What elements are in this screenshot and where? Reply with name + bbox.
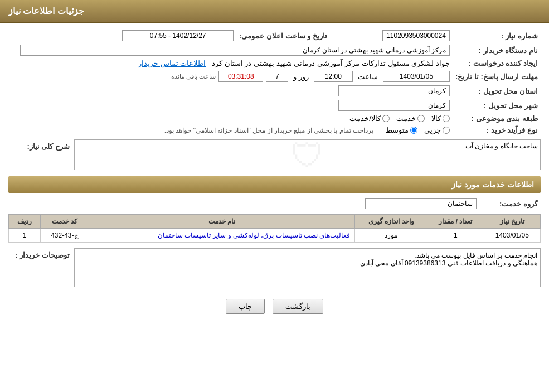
info-table: شماره نیاز : 1102093503000024 تاریخ و سا… [8,28,541,136]
services-table: تاریخ نیاز تعداد / مقدار واحد اندازه گیر… [8,214,541,243]
radio-kala-input[interactable] [443,115,450,122]
noع-farayand-label: نوع فرآیند خرید : [453,124,541,136]
radio-khadamat-label: خدمت [396,114,416,123]
page-title: جزئیات اطلاعات نیاز [8,6,84,16]
col-tarikh: تاریخ نیاز [484,215,540,229]
radio-kala: کالا [431,114,450,123]
radio-kala-khadamat-label: کالا/خدمت [349,114,381,123]
tabaqe-label: طبقه بندی موضوعی : [453,113,541,124]
col-nam: نام خدمت [89,215,355,229]
radio-khadamat: خدمت [396,114,425,123]
ijad-konande-value: جواد لشکری مسئول تدارکات مرکز آموزشی درم… [8,57,453,69]
tabaqe-value: کالا خدمت کالا/خدمت [8,113,453,124]
tosifat-label: توصیحات خریدار : [8,248,70,259]
ostan-value: کرمان [8,84,453,98]
col-tedad: تعداد / مقدار [427,215,484,229]
noع-farayand-value: جزیی متوسط پرداخت تمام یا بخشی از مبلغ خ… [8,124,453,136]
col-vahed: واحد اندازه گیری [355,215,427,229]
tosifat-textarea[interactable] [74,248,541,287]
radio-jozii-label: جزیی [424,126,441,134]
radio-motavasset: متوسط [386,126,417,134]
col-radif: ردیف [9,215,41,229]
mohlat-saat: 12:00 [314,71,353,82]
radio-jozii-input[interactable] [443,127,450,134]
tarikh-label: تاریخ و ساعت اعلان عمومی: [236,28,330,43]
sharh-textarea[interactable] [74,139,541,170]
tarikh-value: 1402/12/27 - 07:55 [8,28,236,43]
radio-motavasset-input[interactable] [410,127,417,134]
noع-description: پرداخت تمام یا بخشی از مبلغ خریدار از مح… [164,127,373,134]
radio-motavasset-label: متوسط [386,126,409,134]
main-content: شماره نیاز : 1102093503000024 تاریخ و سا… [0,23,549,328]
radio-jozii: جزیی [424,126,450,134]
mohlat-roz: 7 [266,71,288,82]
sharh-label: شرح کلی نیاز: [8,139,70,151]
col-kod: کد خدمت [40,215,89,229]
mohlat-row: 1403/01/05 ساعت 12:00 روز و 7 03:31:08 س… [8,69,453,84]
radio-kala-label: کالا [431,114,441,123]
grooh-table: گروه خدمت: ساختمان [8,196,541,211]
mohlat-saat-label: ساعت [358,72,378,81]
page-wrapper: جزئیات اطلاعات نیاز شماره نیاز : 1102093… [0,0,549,392]
shomare-niaz-value: 1102093503000024 [330,28,453,43]
nam-dastgah-label: نام دستگاه خریدار : [453,43,541,57]
mohlat-remaining: 03:31:08 [218,71,263,82]
mohlat-label: مهلت ارسال پاسخ: تا تاریخ: [453,69,541,84]
shomare-niaz-label: شماره نیاز : [453,28,541,43]
mohlat-date: 1403/01/05 [383,71,450,82]
radio-kala-khadamat: کالا/خدمت [349,114,390,123]
sharh-section: ساخت جایگاه و مخازن آب 🛡 شرح کلی نیاز: [8,139,541,172]
services-header: اطلاعات خدمات مورد نیاز [8,176,541,193]
mohlat-roz-label: روز و [293,72,309,81]
grooh-label: گروه خدمت: [479,196,541,211]
print-button[interactable]: چاپ [226,299,265,314]
radio-kala-khadamat-input[interactable] [382,115,390,122]
nam-dastgah-value: مرکز آموزشی درمانی شهید بهشتی در استان ک… [8,43,453,57]
button-bar: بازگشت چاپ [8,292,541,322]
ijad-konande-label: ایجاد کننده درخواست : [453,57,541,69]
mohlat-remaining-label: ساعت باقی مانده [171,73,216,80]
ettelaat-tamas-link[interactable]: اطلاعات تماس خریدار [138,59,206,67]
table-row: 1403/01/051موردفعالیت‌های نصب تاسیسات بر… [9,229,541,243]
shahr-value: کرمان [8,98,453,113]
tosifat-section: توصیحات خریدار : [8,248,541,289]
radio-khadamat-input[interactable] [417,115,425,122]
page-header: جزئیات اطلاعات نیاز [0,0,549,23]
back-button[interactable]: بازگشت [273,299,323,314]
sharh-textarea-wrapper: ساخت جایگاه و مخازن آب 🛡 [74,139,541,172]
ostan-label: استان محل تحویل : [453,84,541,98]
grooh-value: ساختمان [8,196,479,211]
shahr-label: شهر محل تحویل : [453,98,541,113]
tosifat-textarea-wrapper [74,248,541,289]
